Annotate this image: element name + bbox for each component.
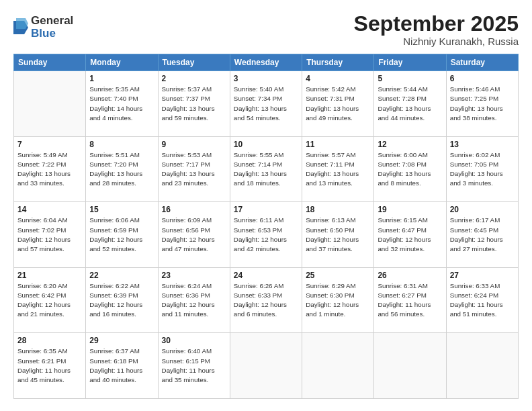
table-row: 12Sunrise: 6:00 AM Sunset: 7:08 PM Dayli… [374, 136, 446, 202]
day-number: 16 [162, 205, 226, 214]
day-info: Sunrise: 6:15 AM Sunset: 6:47 PM Dayligh… [378, 216, 442, 254]
day-number: 15 [89, 205, 154, 214]
day-info: Sunrise: 6:06 AM Sunset: 6:59 PM Dayligh… [89, 216, 154, 254]
logo-blue-text: Blue [31, 28, 73, 40]
table-row: 19Sunrise: 6:15 AM Sunset: 6:47 PM Dayli… [374, 202, 446, 268]
table-row: 25Sunrise: 6:29 AM Sunset: 6:30 PM Dayli… [302, 267, 374, 333]
title-location: Nizhniy Kuranakh, Russia [354, 36, 519, 47]
table-row: 27Sunrise: 6:33 AM Sunset: 6:24 PM Dayli… [446, 267, 518, 333]
day-number: 28 [17, 336, 82, 345]
title-block: September 2025 Nizhniy Kuranakh, Russia [354, 12, 519, 47]
title-month: September 2025 [354, 12, 519, 36]
day-number: 29 [89, 336, 154, 345]
table-row: 23Sunrise: 6:24 AM Sunset: 6:36 PM Dayli… [158, 267, 230, 333]
day-info: Sunrise: 5:40 AM Sunset: 7:34 PM Dayligh… [234, 85, 298, 123]
day-info: Sunrise: 6:00 AM Sunset: 7:08 PM Dayligh… [378, 150, 442, 189]
day-info: Sunrise: 6:26 AM Sunset: 6:33 PM Dayligh… [234, 281, 298, 320]
header-wednesday: Wednesday [230, 54, 302, 71]
header: General Blue September 2025 Nizhniy Kura… [13, 12, 519, 47]
day-number: 22 [89, 271, 154, 280]
logo-general-text: General [31, 15, 73, 28]
day-info: Sunrise: 6:04 AM Sunset: 7:02 PM Dayligh… [17, 216, 82, 254]
day-number: 9 [162, 140, 226, 149]
day-number: 5 [378, 74, 442, 83]
day-number: 27 [450, 271, 515, 280]
day-number: 17 [234, 205, 298, 214]
table-row: 14Sunrise: 6:04 AM Sunset: 7:02 PM Dayli… [14, 202, 86, 268]
table-row: 2Sunrise: 5:37 AM Sunset: 7:37 PM Daylig… [158, 71, 230, 137]
day-info: Sunrise: 6:22 AM Sunset: 6:39 PM Dayligh… [89, 281, 154, 320]
day-info: Sunrise: 5:53 AM Sunset: 7:17 PM Dayligh… [162, 150, 226, 189]
logo-text: General Blue [31, 15, 73, 40]
day-number: 30 [162, 336, 226, 345]
day-number: 13 [450, 140, 515, 149]
day-number: 1 [89, 74, 154, 83]
table-row: 20Sunrise: 6:17 AM Sunset: 6:45 PM Dayli… [446, 202, 518, 268]
day-number: 23 [162, 271, 226, 280]
table-row: 3Sunrise: 5:40 AM Sunset: 7:34 PM Daylig… [230, 71, 302, 137]
day-info: Sunrise: 6:33 AM Sunset: 6:24 PM Dayligh… [450, 281, 515, 320]
table-row: 28Sunrise: 6:35 AM Sunset: 6:21 PM Dayli… [14, 333, 86, 399]
day-number: 10 [234, 140, 298, 149]
calendar-header-row: Sunday Monday Tuesday Wednesday Thursday… [14, 54, 519, 71]
calendar-week-row: 28Sunrise: 6:35 AM Sunset: 6:21 PM Dayli… [14, 333, 519, 399]
day-info: Sunrise: 5:55 AM Sunset: 7:14 PM Dayligh… [234, 150, 298, 189]
table-row: 4Sunrise: 5:42 AM Sunset: 7:31 PM Daylig… [302, 71, 374, 137]
day-number: 18 [306, 205, 370, 214]
table-row: 30Sunrise: 6:40 AM Sunset: 6:15 PM Dayli… [158, 333, 230, 399]
calendar-week-row: 21Sunrise: 6:20 AM Sunset: 6:42 PM Dayli… [14, 267, 519, 333]
day-info: Sunrise: 5:37 AM Sunset: 7:37 PM Dayligh… [162, 85, 226, 123]
day-info: Sunrise: 6:09 AM Sunset: 6:56 PM Dayligh… [162, 216, 226, 254]
day-info: Sunrise: 6:31 AM Sunset: 6:27 PM Dayligh… [378, 281, 442, 320]
day-number: 14 [17, 205, 82, 214]
day-info: Sunrise: 5:49 AM Sunset: 7:22 PM Dayligh… [17, 150, 82, 189]
table-row: 18Sunrise: 6:13 AM Sunset: 6:50 PM Dayli… [302, 202, 374, 268]
table-row: 8Sunrise: 5:51 AM Sunset: 7:20 PM Daylig… [86, 136, 158, 202]
day-info: Sunrise: 6:24 AM Sunset: 6:36 PM Dayligh… [162, 281, 226, 320]
day-number: 6 [450, 74, 515, 83]
table-row: 29Sunrise: 6:37 AM Sunset: 6:18 PM Dayli… [86, 333, 158, 399]
table-row [14, 71, 86, 137]
table-row: 26Sunrise: 6:31 AM Sunset: 6:27 PM Dayli… [374, 267, 446, 333]
header-friday: Friday [374, 54, 446, 71]
day-info: Sunrise: 6:29 AM Sunset: 6:30 PM Dayligh… [306, 281, 370, 320]
table-row: 24Sunrise: 6:26 AM Sunset: 6:33 PM Dayli… [230, 267, 302, 333]
day-info: Sunrise: 6:17 AM Sunset: 6:45 PM Dayligh… [450, 216, 515, 254]
table-row: 1Sunrise: 5:35 AM Sunset: 7:40 PM Daylig… [86, 71, 158, 137]
header-sunday: Sunday [14, 54, 86, 71]
calendar-week-row: 14Sunrise: 6:04 AM Sunset: 7:02 PM Dayli… [14, 202, 519, 268]
table-row: 11Sunrise: 5:57 AM Sunset: 7:11 PM Dayli… [302, 136, 374, 202]
day-number: 20 [450, 205, 515, 214]
table-row: 5Sunrise: 5:44 AM Sunset: 7:28 PM Daylig… [374, 71, 446, 137]
day-number: 12 [378, 140, 442, 149]
calendar-table: Sunday Monday Tuesday Wednesday Thursday… [13, 54, 519, 399]
day-info: Sunrise: 5:51 AM Sunset: 7:20 PM Dayligh… [89, 150, 154, 189]
day-info: Sunrise: 6:11 AM Sunset: 6:53 PM Dayligh… [234, 216, 298, 254]
header-tuesday: Tuesday [158, 54, 230, 71]
day-number: 21 [17, 271, 82, 280]
table-row: 17Sunrise: 6:11 AM Sunset: 6:53 PM Dayli… [230, 202, 302, 268]
table-row [302, 333, 374, 399]
header-saturday: Saturday [446, 54, 518, 71]
day-info: Sunrise: 6:02 AM Sunset: 7:05 PM Dayligh… [450, 150, 515, 189]
day-info: Sunrise: 6:20 AM Sunset: 6:42 PM Dayligh… [17, 281, 82, 320]
table-row: 15Sunrise: 6:06 AM Sunset: 6:59 PM Dayli… [86, 202, 158, 268]
day-info: Sunrise: 5:44 AM Sunset: 7:28 PM Dayligh… [378, 85, 442, 123]
day-info: Sunrise: 6:13 AM Sunset: 6:50 PM Dayligh… [306, 216, 370, 254]
logo: General Blue [13, 15, 73, 40]
day-number: 19 [378, 205, 442, 214]
table-row: 16Sunrise: 6:09 AM Sunset: 6:56 PM Dayli… [158, 202, 230, 268]
table-row: 22Sunrise: 6:22 AM Sunset: 6:39 PM Dayli… [86, 267, 158, 333]
day-number: 25 [306, 271, 370, 280]
day-number: 7 [17, 140, 82, 149]
table-row: 7Sunrise: 5:49 AM Sunset: 7:22 PM Daylig… [14, 136, 86, 202]
table-row: 13Sunrise: 6:02 AM Sunset: 7:05 PM Dayli… [446, 136, 518, 202]
header-thursday: Thursday [302, 54, 374, 71]
header-monday: Monday [86, 54, 158, 71]
table-row [446, 333, 518, 399]
calendar-week-row: 7Sunrise: 5:49 AM Sunset: 7:22 PM Daylig… [14, 136, 519, 202]
table-row: 10Sunrise: 5:55 AM Sunset: 7:14 PM Dayli… [230, 136, 302, 202]
day-number: 26 [378, 271, 442, 280]
day-number: 4 [306, 74, 370, 83]
table-row [374, 333, 446, 399]
